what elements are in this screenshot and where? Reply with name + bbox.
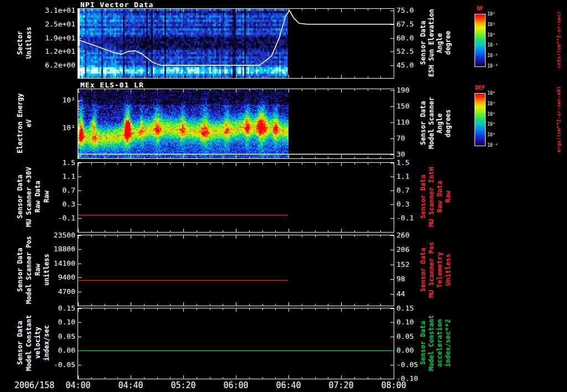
y-axis-label-scanner-pos: unitless bbox=[42, 235, 51, 305]
x-tick-label: 05:20 bbox=[164, 380, 202, 390]
y-axis-label-mu-30v: MU Scanner +30V bbox=[24, 162, 33, 231]
panel-title-npi: NPI Vector Data bbox=[80, 1, 153, 9]
y-tick-left-npi: 2.5e+01 bbox=[30, 20, 75, 29]
y-axis-right-label-els: Model Scanner bbox=[427, 89, 436, 158]
y-tick-left-els: 10¹ bbox=[30, 123, 75, 132]
y-axis-label-mu-30v: Sensor Data bbox=[16, 162, 24, 231]
y-axis-right-label-npi: ESH Sun Elevation bbox=[427, 8, 436, 78]
y-axis-right-label-scanner-pos: Telemetry bbox=[435, 235, 444, 305]
y-axis-right-label-els: Angle bbox=[435, 89, 444, 158]
y-axis-label-scanner-pos: Model Scanner Pos bbox=[24, 235, 33, 305]
colorbar-unit: cnts/(cm**2-sr-sec) bbox=[555, 2, 563, 78]
y-tick-left-els: 10² bbox=[30, 96, 75, 105]
y-axis-right-label-model-constant: acceleration bbox=[435, 308, 444, 378]
colorbar-tick: 10⁻¹ bbox=[487, 143, 498, 148]
colorbar-tick: 10⁻³ bbox=[487, 64, 498, 69]
y-axis-right-label-mu-30v: Raw Data bbox=[435, 162, 444, 231]
colorbar-tick: 10⁰ bbox=[487, 33, 495, 38]
y-axis-label-els: Electron Energy bbox=[16, 89, 24, 158]
colorbar-tick: 10⁻¹ bbox=[487, 43, 498, 48]
y-axis-right-label-mu-30v: MU Scanner IntH bbox=[427, 162, 436, 231]
y-axis-label-model-constant: Model Constant bbox=[24, 308, 33, 378]
y-axis-right-label-mu-30v: Raw bbox=[444, 162, 452, 231]
y-axis-label-els: eV bbox=[24, 89, 33, 158]
scanner-pos-line-canvas bbox=[78, 235, 394, 306]
y-tick-left-npi: 1.2e+01 bbox=[30, 47, 75, 56]
y-tick-left-npi: 6.2e+00 bbox=[30, 61, 75, 70]
y-axis-right-label-npi: degree bbox=[444, 8, 452, 78]
colorbar-tick: 10¹ bbox=[487, 22, 495, 27]
y-axis-label-scanner-pos: Sensor Data bbox=[16, 235, 24, 305]
colorbar-title-def: DEF bbox=[473, 85, 487, 91]
y-axis-right-label-els: degrees bbox=[444, 89, 452, 158]
panel-scanner-pos-line bbox=[78, 235, 394, 306]
y-tick-left-npi: 1.9e+01 bbox=[30, 34, 75, 43]
model-constant-line-canvas bbox=[78, 308, 394, 379]
y-axis-label-mu-30v: Raw Data bbox=[33, 162, 42, 231]
panel-els-spectrogram bbox=[78, 89, 394, 159]
els-spectrogram-canvas bbox=[78, 89, 394, 158]
x-tick-label: 04:40 bbox=[112, 380, 150, 390]
x-tick-label: 04:00 bbox=[59, 380, 97, 390]
mu-30v-line-canvas bbox=[78, 163, 394, 232]
colorbar-tick: 10² bbox=[487, 12, 495, 17]
colorbar-gradient-nf bbox=[475, 14, 486, 67]
y-axis-label-model-constant: index/sec bbox=[42, 308, 51, 378]
y-axis-right-label-els: Sensor Data bbox=[419, 89, 427, 158]
x-tick-label: 08:00 bbox=[375, 380, 413, 390]
y-axis-label-npi: Sector bbox=[16, 8, 24, 78]
panel-model-constant-line bbox=[78, 308, 394, 379]
y-axis-right-label-model-constant: Sensor Data bbox=[419, 308, 427, 378]
y-axis-right-label-mu-30v: Sensor Data bbox=[419, 162, 427, 231]
y-axis-label-scanner-pos: Raw bbox=[33, 235, 42, 305]
colorbar-tick: 10² bbox=[487, 112, 495, 117]
panel-npi-spectrogram bbox=[78, 8, 394, 79]
y-axis-right-label-model-constant: Model Constant bbox=[427, 308, 436, 378]
colorbar-tick: 10⁰ bbox=[487, 132, 495, 137]
y-axis-label-mu-30v: Raw bbox=[42, 162, 51, 231]
y-axis-right-label-model-constant: index/sec**2 bbox=[444, 308, 452, 378]
panel-mu-30v-line bbox=[78, 162, 394, 233]
colorbar-unit: ergs/(cm**2-sr-sec-eV) bbox=[555, 81, 563, 157]
y-axis-right-label-scanner-pos: MU Scanner Pos bbox=[427, 235, 436, 305]
colorbar-gradient-def bbox=[475, 93, 486, 146]
colorbar-tick: 10⁴ bbox=[487, 91, 495, 96]
y-tick-left-npi: 3.1e+01 bbox=[30, 6, 75, 15]
npi-spectrogram-canvas bbox=[78, 9, 394, 78]
x-tick-label: 07:20 bbox=[322, 380, 360, 390]
panel-title-els: MEx ELS-01 LR bbox=[80, 81, 144, 89]
colorbar-tick: 10¹ bbox=[487, 122, 495, 127]
x-tick-label: 06:00 bbox=[217, 380, 255, 390]
y-axis-right-label-npi: Sensor Data bbox=[419, 8, 427, 78]
y-axis-right-label-npi: Angle bbox=[435, 8, 444, 78]
y-axis-right-label-scanner-pos: Sensor Data bbox=[419, 235, 427, 305]
colorbar-title-nf: NF bbox=[473, 6, 487, 12]
y-axis-label-npi: Unitless bbox=[24, 8, 33, 78]
x-tick-label: 06:40 bbox=[270, 380, 307, 390]
y-axis-label-model-constant: velocity bbox=[33, 308, 42, 378]
colorbar-tick: 10⁻² bbox=[487, 53, 498, 58]
colorbar-tick: 10³ bbox=[487, 101, 495, 106]
tplot-figure: NPI Vector Data MEx ELS-01 LR 3.1e+012.5… bbox=[0, 0, 567, 392]
y-axis-right-label-scanner-pos: Unitless bbox=[444, 235, 452, 305]
y-axis-label-model-constant: Sensor Data bbox=[16, 308, 24, 378]
date-label: 2006/158 bbox=[14, 380, 54, 390]
